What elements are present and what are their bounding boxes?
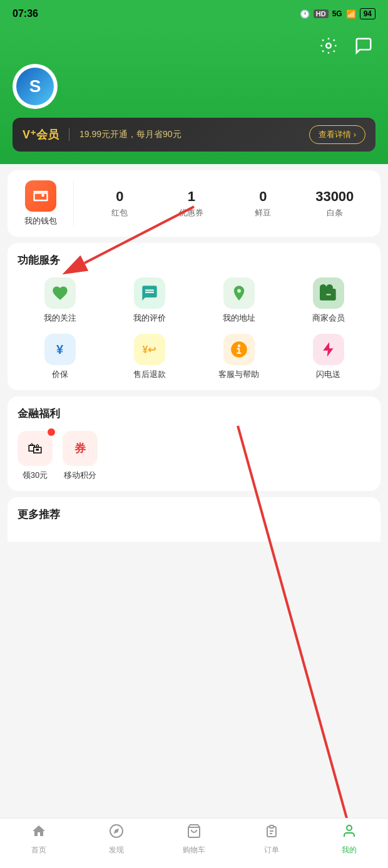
finance-title: 金融福利 xyxy=(18,406,370,421)
feature-card: 功能服务 我的关注 我的评价 我的地址 xyxy=(8,243,380,390)
get30-badge xyxy=(48,428,55,436)
nav-home[interactable]: 首页 xyxy=(20,824,58,855)
svg-rect-1 xyxy=(33,191,48,192)
wallet-card: 我的钱包 0 红包 1 优惠券 0 鲜豆 33000 白条 xyxy=(8,170,380,237)
stat-coupon-label: 优惠券 xyxy=(179,207,203,219)
nav-home-label: 首页 xyxy=(31,845,46,855)
nav-orders-label: 订单 xyxy=(264,845,279,855)
nav-cart[interactable]: 购物车 xyxy=(175,824,213,855)
clock-icon: 🕐 xyxy=(300,9,310,19)
vip-banner: V⁺会员 19.99元开通，每月省90元 查看详情 › xyxy=(13,118,375,152)
refund-icon: ¥↩ xyxy=(134,334,165,365)
refund-label: 售后退款 xyxy=(133,369,166,380)
stat-baitiao[interactable]: 33000 白条 xyxy=(299,189,371,219)
nav-discover[interactable]: 发现 xyxy=(98,824,135,855)
header-area: S V⁺会员 19.99元开通，每月省90元 查看详情 › xyxy=(0,28,388,164)
status-icons: 🕐 HD 5G 📶 94 xyxy=(300,8,375,19)
finance-card: 金融福利 🛍 领30元 券 移动积分 xyxy=(8,396,380,491)
bottom-spacer xyxy=(0,542,388,592)
svg-point-0 xyxy=(326,43,331,48)
vip-divider xyxy=(69,128,69,141)
stat-baitiao-number: 33000 xyxy=(315,189,354,205)
feature-merchant[interactable]: 商家会员 xyxy=(286,277,370,324)
feature-review[interactable]: 我的评价 xyxy=(107,277,191,324)
mine-icon xyxy=(342,824,357,842)
address-icon xyxy=(223,277,255,309)
battery-icon: 94 xyxy=(360,8,375,19)
merchant-icon xyxy=(313,277,344,309)
nav-mine-label: 我的 xyxy=(342,845,357,855)
service-label: 客服与帮助 xyxy=(218,369,259,380)
orders-icon xyxy=(264,824,279,842)
stat-xiandou[interactable]: 0 鲜豆 xyxy=(227,189,299,219)
nav-discover-label: 发现 xyxy=(109,845,124,855)
wallet-row: 我的钱包 0 红包 1 优惠券 0 鲜豆 33000 白条 xyxy=(18,180,370,227)
bottom-nav: 首页 发现 购物车 订单 我的 xyxy=(0,818,388,868)
flash-icon xyxy=(313,334,344,365)
header-top-icons xyxy=(13,34,375,58)
hd-badge: HD xyxy=(314,9,329,18)
stat-coupon-number: 1 xyxy=(188,189,195,205)
feature-grid: 我的关注 我的评价 我的地址 商家会员 ¥ xyxy=(18,277,370,380)
mobile-points-icon: 券 xyxy=(63,431,98,466)
stat-hongbao[interactable]: 0 红包 xyxy=(84,189,156,219)
nav-orders[interactable]: 订单 xyxy=(253,824,290,855)
wallet-icon xyxy=(25,180,56,212)
feature-address[interactable]: 我的地址 xyxy=(197,277,281,324)
feature-refund[interactable]: ¥↩ 售后退款 xyxy=(107,334,191,380)
avatar-area: S xyxy=(13,64,375,109)
vip-left: V⁺会员 19.99元开通，每月省90元 xyxy=(23,127,181,142)
get30-icon: 🛍 xyxy=(18,431,53,466)
stat-xiandou-number: 0 xyxy=(259,189,267,205)
avatar-inner: S xyxy=(16,68,54,105)
stat-xiandou-label: 鲜豆 xyxy=(255,207,271,219)
review-icon xyxy=(134,277,165,309)
priceprotect-icon: ¥ xyxy=(44,334,76,365)
finance-mobile-points[interactable]: 券 移动积分 xyxy=(63,431,98,481)
follow-icon xyxy=(44,277,76,309)
stat-baitiao-label: 白条 xyxy=(327,207,343,219)
svg-rect-9 xyxy=(270,825,273,828)
feature-flash[interactable]: 闪电送 xyxy=(286,334,370,380)
signal-bars: 📶 xyxy=(346,9,356,19)
address-label: 我的地址 xyxy=(223,313,255,324)
flash-label: 闪电送 xyxy=(316,369,340,380)
stat-coupon[interactable]: 1 优惠券 xyxy=(156,189,228,219)
priceprotect-label: 价保 xyxy=(52,369,68,380)
feature-priceprotect[interactable]: ¥ 价保 xyxy=(18,334,102,380)
vip-text: 19.99元开通，每月省90元 xyxy=(79,129,181,140)
vip-badge: V⁺会员 xyxy=(23,127,59,142)
review-label: 我的评价 xyxy=(133,313,166,324)
avatar[interactable]: S xyxy=(13,64,58,109)
mobile-points-label: 移动积分 xyxy=(64,470,96,481)
more-section: 更多推荐 xyxy=(8,497,380,542)
feature-service[interactable]: 客服与帮助 xyxy=(197,334,281,380)
more-title: 更多推荐 xyxy=(18,507,370,522)
status-time: 07:36 xyxy=(13,8,38,19)
svg-point-12 xyxy=(347,825,352,830)
nav-mine[interactable]: 我的 xyxy=(330,824,368,855)
svg-marker-7 xyxy=(114,829,119,834)
finance-grid: 🛍 领30元 券 移动积分 xyxy=(18,431,370,481)
status-bar: 07:36 🕐 HD 5G 📶 94 xyxy=(0,0,388,28)
wallet-main[interactable]: 我的钱包 xyxy=(18,180,74,227)
finance-get30[interactable]: 🛍 领30元 xyxy=(18,431,53,481)
feature-title: 功能服务 xyxy=(18,253,370,267)
home-icon xyxy=(31,824,46,842)
stat-hongbao-label: 红包 xyxy=(111,207,128,219)
message-button[interactable] xyxy=(352,34,375,58)
get30-label: 领30元 xyxy=(23,470,48,481)
wallet-label: 我的钱包 xyxy=(24,215,57,227)
cart-icon xyxy=(186,824,202,842)
feature-follow[interactable]: 我的关注 xyxy=(18,277,102,324)
settings-button[interactable] xyxy=(317,34,340,58)
merchant-label: 商家会员 xyxy=(312,313,345,324)
nav-cart-label: 购物车 xyxy=(183,845,205,855)
network-icon: 5G xyxy=(332,9,342,18)
stat-hongbao-number: 0 xyxy=(116,189,123,205)
discover-icon xyxy=(109,824,124,842)
service-icon xyxy=(223,334,255,365)
follow-label: 我的关注 xyxy=(44,313,76,324)
vip-detail-button[interactable]: 查看详情 › xyxy=(309,125,365,144)
